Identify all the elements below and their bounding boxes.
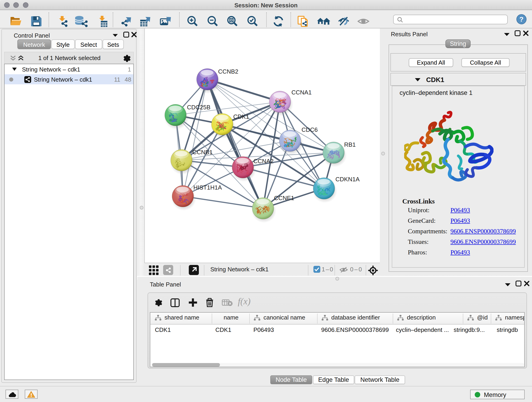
svg-text:CDC6: CDC6: [302, 126, 318, 133]
svg-text:CCNB1: CCNB1: [192, 149, 213, 156]
svg-text:RB1: RB1: [344, 141, 356, 148]
svg-text:CCNB2: CCNB2: [218, 68, 238, 75]
svg-text:CDKN1A: CDKN1A: [336, 176, 360, 183]
svg-text:CCNE1: CCNE1: [274, 195, 294, 201]
svg-text:HIST1H1A: HIST1H1A: [193, 184, 222, 191]
svg-text:CCNA2: CCNA2: [253, 158, 273, 165]
svg-text:CDK1: CDK1: [233, 113, 249, 120]
svg-text:CCNA1: CCNA1: [291, 89, 312, 96]
svg-text:CDC25B: CDC25B: [187, 104, 210, 111]
